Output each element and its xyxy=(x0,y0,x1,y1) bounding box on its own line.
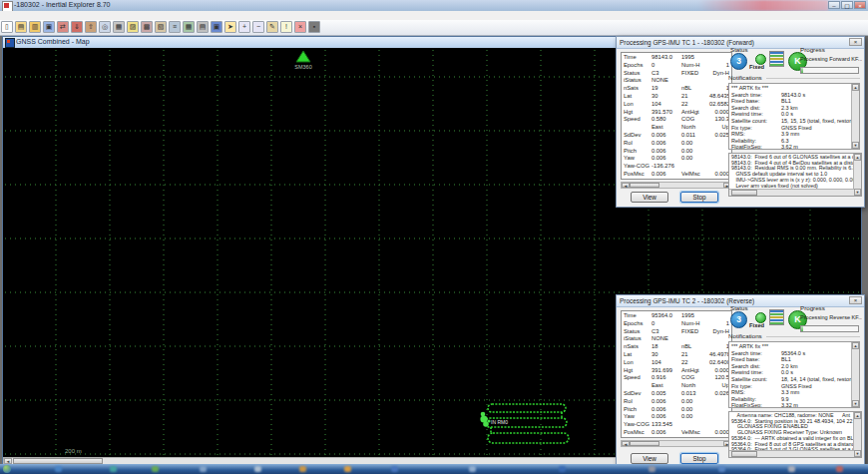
convert-raw-icon[interactable]: ⇄ xyxy=(57,21,69,33)
notification-row: Fix type:GNSS Fixed xyxy=(731,383,851,390)
stats-horizontal-scrollbar[interactable]: ◄ ► xyxy=(621,182,732,189)
stats-row: StatusC3 FIXEDDyn-H xyxy=(624,328,729,336)
taskbar-app-icon[interactable] xyxy=(559,466,566,472)
scrollbar-thumb[interactable] xyxy=(630,183,659,188)
maximize-button[interactable]: ▢ xyxy=(841,1,853,9)
scroll-down-icon[interactable]: ▼ xyxy=(854,450,861,457)
minimize-button[interactable]: – xyxy=(828,1,840,9)
stats-row: Yaw-COG-136.276 xyxy=(624,163,729,171)
process-gnss-icon[interactable]: ▨ xyxy=(127,21,139,33)
taskbar-app-icon[interactable] xyxy=(254,466,261,472)
view-raw-data-icon[interactable]: ◎ xyxy=(99,21,111,33)
scroll-down-icon[interactable]: ▼ xyxy=(852,142,859,149)
scroll-up-icon[interactable]: ▲ xyxy=(854,154,861,161)
stop-button[interactable]: Stop xyxy=(680,192,718,203)
stats-row: SdDev0.005 0.0130.026 xyxy=(624,390,729,398)
message-log: Antenna name: CHC188, radome: NONE Ant95… xyxy=(728,411,862,458)
scroll-up-icon[interactable]: ▲ xyxy=(852,342,859,349)
taskbar-app-icon[interactable] xyxy=(788,466,795,472)
fixed-label: Fixed xyxy=(749,64,764,70)
stats-row: Lon104 2202.6582 xyxy=(624,101,729,109)
notification-row: *** ARTK fix *** xyxy=(731,85,851,92)
taskbar-app-icon[interactable] xyxy=(152,466,159,472)
map-window-icon xyxy=(5,38,15,48)
close-icon[interactable]: × xyxy=(849,38,862,46)
solution-stats-panel: Time95364.0 1995 Epochs0 Num-H1 StatusC3… xyxy=(621,310,732,438)
view-button[interactable]: View xyxy=(631,453,668,464)
stats-row: Pitch0.006 0.00 xyxy=(624,148,729,156)
notification-row: RMS:3.3 mm xyxy=(731,389,851,396)
download-data-icon[interactable]: ⇓ xyxy=(71,21,83,33)
stats-horizontal-scrollbar[interactable]: ◄ ► xyxy=(621,440,732,447)
log-vertical-scrollbar[interactable]: ▲ ▼ xyxy=(853,412,861,457)
base-station-label: SM360 xyxy=(294,64,311,70)
notifications-scrollbar[interactable]: ▲ ▼ xyxy=(851,342,859,407)
desktop: -180302 - Inertial Explorer 8.70 – ▢ × F… xyxy=(0,0,868,474)
stats-row: East NorthUp xyxy=(624,124,729,132)
highlight-tool-icon[interactable]: ! xyxy=(280,21,292,33)
taskbar-app-icon[interactable] xyxy=(649,466,655,472)
log-horizontal-scrollbar[interactable] xyxy=(729,189,854,196)
log-horizontal-scrollbar[interactable] xyxy=(729,450,854,457)
taskbar-app-icon[interactable] xyxy=(200,466,207,472)
taskbar-app-icon[interactable] xyxy=(110,466,117,472)
stop-button[interactable]: Stop xyxy=(680,453,718,464)
export-wizard-icon[interactable]: ≡ xyxy=(169,21,181,33)
taskbar-app-icon[interactable] xyxy=(55,466,62,472)
base-station-marker: SM360 xyxy=(294,51,311,70)
close-icon[interactable]: × xyxy=(849,296,862,304)
open-project-icon[interactable]: ▤ xyxy=(15,21,27,33)
taskbar-app-icon[interactable] xyxy=(469,466,476,472)
stats-row: Hgt391.570 AntHgt0.000 xyxy=(624,109,729,117)
scroll-left-icon[interactable]: ◄ xyxy=(622,441,630,446)
start-button[interactable] xyxy=(3,465,11,473)
window-panel-icon[interactable]: ▪ xyxy=(308,21,320,33)
progress-text: Processing Reverse KF... xyxy=(800,314,862,320)
scroll-down-icon[interactable]: ▼ xyxy=(854,189,861,196)
view-button[interactable]: View xyxy=(631,192,668,203)
satellite-status-icon xyxy=(769,51,784,67)
taskbar-app-icon[interactable] xyxy=(344,466,351,472)
html-report-icon[interactable]: ▤ xyxy=(197,21,209,33)
stats-row: PosMsc0.006 VelMsc0.000 xyxy=(624,171,729,179)
zoom-in-icon[interactable]: + xyxy=(238,21,250,33)
measure-tool-icon[interactable]: ✎ xyxy=(266,21,278,33)
zoom-out-icon[interactable]: − xyxy=(252,21,264,33)
import-file-icon[interactable]: ⇧ xyxy=(85,21,97,33)
windows-taskbar[interactable] xyxy=(0,464,868,474)
scrollbar-thumb[interactable] xyxy=(731,190,757,196)
stats-row: iStatusNONE xyxy=(624,335,729,343)
map-window-icon[interactable]: ▦ xyxy=(183,21,195,33)
grid-view-icon[interactable]: ▦ xyxy=(113,21,125,33)
log-vertical-scrollbar[interactable]: ▲ ▼ xyxy=(853,154,861,196)
taskbar-app-icon[interactable] xyxy=(299,466,306,472)
notification-row: Search dist:2.0 km xyxy=(731,363,851,370)
scroll-down-icon[interactable]: ▼ xyxy=(852,400,859,407)
open-folder-icon[interactable]: ▥ xyxy=(29,21,41,33)
taskbar-app-icon[interactable] xyxy=(836,466,843,472)
process-imu-icon[interactable]: ▩ xyxy=(141,21,153,33)
new-project-icon[interactable]: ▯ xyxy=(1,21,13,33)
taskbar-app-icon[interactable] xyxy=(718,466,725,472)
notification-row: *** ARTK fix *** xyxy=(731,343,851,350)
taskbar-app-icon[interactable] xyxy=(391,466,398,472)
save-all-icon[interactable]: ▣ xyxy=(211,21,222,33)
plot-results-icon[interactable]: ▧ xyxy=(155,21,167,33)
scroll-up-icon[interactable]: ▲ xyxy=(852,84,859,91)
scrollbar-thumb[interactable] xyxy=(731,451,757,457)
notifications-scrollbar[interactable]: ▲ ▼ xyxy=(851,84,859,149)
progress-bar xyxy=(800,325,859,332)
pointer-tool-icon[interactable]: ➤ xyxy=(224,21,236,33)
scroll-left-icon[interactable]: ◄ xyxy=(622,183,630,188)
stats-row: Pitch0.006 0.00 xyxy=(624,406,729,414)
scrollbar-thumb[interactable] xyxy=(630,441,659,446)
notification-row: Fix type:GNSS Fixed xyxy=(731,125,851,132)
save-project-icon[interactable]: ▣ xyxy=(43,21,55,33)
stop-processing-icon[interactable]: × xyxy=(294,21,306,33)
close-button[interactable]: × xyxy=(854,1,866,9)
notification-row: FloatFixSep:3.62 m xyxy=(731,144,851,150)
notifications-label: Notifications xyxy=(728,74,762,81)
stats-row: Yaw0.006 0.00 xyxy=(624,413,729,421)
scroll-up-icon[interactable]: ▲ xyxy=(854,412,861,419)
notifications-list: *** ARTK fix *** Search time:95364.0 s F… xyxy=(728,341,860,408)
